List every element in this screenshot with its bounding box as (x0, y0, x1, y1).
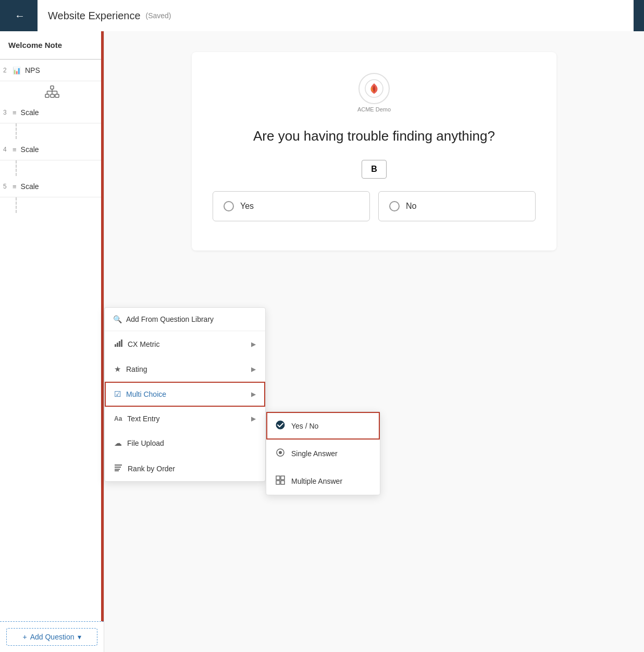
multichoice-icon: ☑ (114, 390, 121, 399)
add-question-area: + Add Question ▾ (0, 621, 104, 652)
svg-rect-10 (115, 344, 116, 347)
multipleanswer-icon (276, 475, 285, 486)
sidebar-item-welcome[interactable]: Welcome Note (0, 31, 104, 60)
svg-rect-22 (281, 476, 284, 480)
menu-item-textentry[interactable]: Aa Text Entry ▶ (105, 407, 265, 431)
rating-label: Rating (126, 365, 147, 373)
item-num-3: 3 (3, 109, 7, 116)
sidebar-item-5[interactable]: 5 ≡ Scale (0, 176, 104, 197)
item-num-2: 2 (3, 67, 7, 74)
textentry-label: Text Entry (127, 415, 159, 423)
answer-no[interactable]: No (378, 191, 536, 221)
item-2-label: NPS (25, 66, 40, 74)
menu-item-multichoice[interactable]: ☑ Multi Choice ▶ (105, 382, 265, 407)
svg-rect-12 (119, 341, 120, 347)
scale-icon-3: ≡ (13, 109, 17, 117)
dashed-connector-5 (16, 197, 104, 213)
logo-text: ACME Demo (357, 106, 391, 112)
textentry-icon: Aa (114, 415, 122, 422)
yes-radio[interactable] (224, 201, 234, 211)
svg-rect-17 (115, 470, 119, 471)
scale-icon-4: ≡ (13, 146, 17, 154)
dashed-connector-3 (16, 123, 104, 139)
chevron-down-icon: ▾ (78, 633, 81, 641)
item-3-label: Scale (21, 108, 39, 117)
question-text: Are you having trouble finding anything? (213, 128, 536, 144)
svg-rect-15 (115, 467, 121, 468)
main-content: ACME Demo Are you having trouble finding… (104, 31, 644, 652)
svg-rect-24 (281, 481, 284, 484)
scale-icon-5: ≡ (13, 183, 17, 191)
bold-button[interactable]: B (362, 160, 387, 179)
acme-logo-icon (365, 79, 383, 98)
plus-icon: + (22, 633, 27, 641)
hierarchy-icon (45, 85, 59, 98)
survey-title: Website Experience (48, 10, 141, 22)
logo-circle (358, 73, 390, 104)
cx-chevron: ▶ (251, 341, 256, 348)
acme-logo-area: ACME Demo (213, 73, 536, 112)
yes-label: Yes (240, 202, 254, 211)
singleanswer-icon (276, 448, 285, 459)
svg-rect-1 (45, 94, 49, 97)
dashed-connector-4 (16, 160, 104, 176)
sidebar-item-3[interactable]: 3 ≡ Scale (0, 102, 104, 123)
rating-chevron: ▶ (251, 366, 256, 373)
search-icon: 🔍 (113, 315, 122, 323)
svg-rect-13 (121, 340, 122, 347)
nps-icon: 📊 (13, 67, 21, 74)
svg-rect-3 (55, 94, 59, 97)
no-radio[interactable] (389, 201, 400, 211)
fileupload-label: File Upload (127, 439, 164, 447)
svg-rect-23 (276, 481, 280, 484)
sidebar: Welcome Note 2 📊 NPS 3 ≡ (0, 31, 104, 652)
multipleanswer-label: Multiple Answer (291, 477, 342, 485)
sidebar-item-2[interactable]: 2 📊 NPS (0, 60, 104, 81)
rankbyorder-icon (114, 463, 122, 473)
singleanswer-label: Single Answer (291, 449, 338, 458)
menu-item-rating[interactable]: ★ Rating ▶ (105, 357, 265, 382)
svg-rect-14 (115, 465, 122, 466)
sidebar-item-4[interactable]: 4 ≡ Scale (0, 139, 104, 160)
multichoice-chevron: ▶ (251, 391, 256, 398)
yesno-icon (276, 420, 285, 431)
no-label: No (406, 202, 416, 211)
menu-item-cx[interactable]: CX Metric ▶ (105, 331, 265, 357)
menu-item-fileupload[interactable]: ☁ File Upload (105, 431, 265, 456)
red-bar (101, 31, 104, 652)
saved-status: (Saved) (146, 11, 171, 20)
sub-item-singleanswer[interactable]: Single Answer (266, 440, 380, 467)
menu-item-rankbyorder[interactable]: Rank by Order (105, 456, 265, 481)
welcome-label: Welcome Note (8, 41, 62, 49)
sub-panel-multichoice: Yes / No Single Answer (266, 411, 380, 495)
cx-icon (114, 339, 122, 349)
multichoice-label: Multi Choice (126, 390, 166, 398)
svg-rect-0 (51, 86, 54, 89)
item-4-label: Scale (21, 145, 39, 154)
fileupload-icon: ☁ (114, 438, 122, 448)
svg-rect-2 (51, 94, 54, 97)
svg-rect-16 (115, 469, 120, 470)
yesno-label: Yes / No (291, 422, 318, 430)
item-num-4: 4 (3, 146, 7, 153)
app-header: ← Website Experience (Saved) (0, 0, 644, 31)
rating-icon: ★ (114, 365, 121, 374)
svg-rect-11 (117, 343, 118, 347)
hierarchy-area (0, 81, 104, 102)
main-layout: Welcome Note 2 📊 NPS 3 ≡ (0, 31, 644, 652)
item-5-label: Scale (21, 182, 39, 191)
add-question-label: Add Question (30, 633, 75, 641)
bold-btn-area: B (213, 160, 536, 179)
answer-yes[interactable]: Yes (213, 191, 370, 221)
back-button[interactable]: ← (10, 6, 29, 25)
header-title: Website Experience (Saved) (38, 0, 634, 31)
answer-row: Yes No (213, 191, 536, 221)
add-question-button[interactable]: + Add Question ▾ (6, 628, 97, 646)
add-from-library-panel: 🔍 Add From Question Library CX Metric ▶ (104, 307, 266, 482)
sub-item-yesno[interactable]: Yes / No (266, 412, 380, 440)
svg-rect-21 (276, 476, 280, 480)
add-panel-header[interactable]: 🔍 Add From Question Library (105, 308, 265, 331)
survey-card: ACME Demo Are you having trouble finding… (192, 52, 556, 250)
svg-point-20 (279, 451, 282, 454)
sub-item-multipleanswer[interactable]: Multiple Answer (266, 467, 380, 495)
